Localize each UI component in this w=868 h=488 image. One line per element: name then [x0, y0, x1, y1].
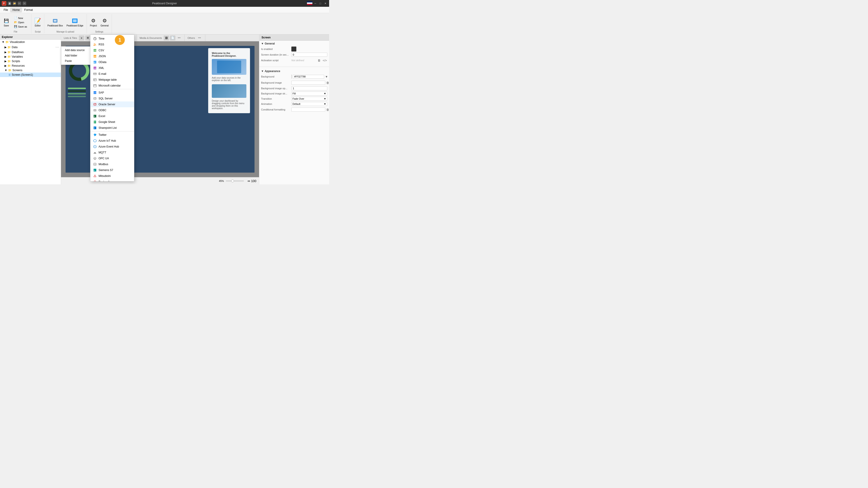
props-input-duration[interactable] — [291, 53, 327, 57]
ds-item-modbus[interactable]: Modbus — [90, 161, 134, 167]
pdf-icon[interactable]: 📄 — [170, 35, 176, 40]
ribbon-manage-group: Peakboard Box Peakboard Edge Manage & up… — [44, 14, 87, 33]
svg-rect-5 — [73, 20, 76, 22]
ds-item-azure-iot[interactable]: Azure IoT Hub — [90, 138, 134, 144]
language-flag[interactable] — [307, 1, 312, 5]
props-select-bg-stretch[interactable]: Fill ▼ — [291, 92, 327, 96]
ds-item-sharepoint[interactable]: S Sharepoint List — [90, 125, 134, 131]
ds-item-odata[interactable]: OD OData — [90, 59, 134, 65]
ds-item-rockwell[interactable]: Rockwell — [90, 179, 134, 182]
properties-header: Screen — [259, 35, 329, 41]
general-settings-button[interactable]: ⚙ General — [99, 17, 110, 28]
ds-item-gsheet[interactable]: Google Sheet — [90, 119, 134, 125]
menu-home[interactable]: Home — [10, 7, 22, 12]
ds-item-odbc[interactable]: ODBC — [90, 107, 134, 113]
props-color-swatch-bg[interactable] — [291, 74, 292, 78]
ds-item-sap[interactable]: SAP SAP — [90, 90, 134, 96]
tree-label-visualization: Visualization — [10, 40, 25, 43]
tree-item-dataflows[interactable]: ▶ 📁 Dataflows — [0, 50, 61, 55]
props-input-cond-format[interactable] — [291, 107, 325, 111]
ds-item-webpage[interactable]: Webpage table — [90, 77, 134, 83]
open-icon: 📂 — [14, 21, 17, 24]
ds-label-time: Time — [98, 37, 104, 40]
tree-item-screen1[interactable]: 🖥 Screen (Screen1) — [0, 72, 61, 77]
ds-item-twitter[interactable]: Twitter — [90, 132, 134, 138]
ds-item-email[interactable]: E-mail — [90, 71, 134, 77]
props-select-transition[interactable]: Fade Over ▼ — [291, 97, 327, 101]
props-select-animation[interactable]: Default ▼ — [291, 102, 327, 106]
cond-format-delete-icon[interactable]: 🗑 — [326, 107, 329, 112]
editor-button[interactable]: 📝 Editor — [33, 17, 42, 28]
ds-item-csv[interactable]: CSV CSV — [90, 47, 134, 53]
ds-item-opcua[interactable]: UA OPC UA — [90, 156, 134, 161]
tree-item-visualization[interactable]: ▼ 📁 Visualization — [0, 40, 61, 44]
props-input-bg-color[interactable] — [293, 75, 324, 78]
ds-item-sql[interactable]: SQL Server — [90, 96, 134, 101]
props-toggle-enabled[interactable] — [291, 46, 296, 52]
ds-item-mqtt[interactable]: MQTT — [90, 150, 134, 156]
project-button[interactable]: ⚙ Project — [89, 17, 98, 28]
ds-label-gsheet: Google Sheet — [98, 121, 115, 124]
tree-item-screens[interactable]: ▼ 📁 Screens — [0, 68, 61, 72]
open-button[interactable]: 📂 Open — [13, 20, 29, 24]
bg-image-delete-icon[interactable]: 🗑 — [326, 80, 329, 85]
image-icon[interactable]: 🖼 — [164, 35, 169, 40]
ds-item-time[interactable]: Time — [90, 36, 134, 41]
maximize-button[interactable]: □ — [318, 1, 322, 5]
saveas-button[interactable]: 💾 Save as — [13, 25, 29, 29]
tree-label-screens: Screens — [12, 69, 22, 72]
ds-item-ms-calendar[interactable]: Microsoft calendar — [90, 83, 134, 89]
welcome-desc-2: Design your dashboard by dragging contro… — [212, 100, 246, 109]
minimize-button[interactable]: ─ — [313, 1, 317, 5]
ds-item-siemens[interactable]: S7 Siemens S7 — [90, 167, 134, 173]
peakboard-box-label: Peakboard Box — [48, 24, 63, 27]
open-label: Open — [18, 21, 24, 24]
zoom-level-label: 45% — [219, 180, 224, 182]
data-more-icon[interactable]: ⋯ — [55, 45, 59, 49]
folder-open-icon[interactable]: 📂 — [13, 2, 16, 5]
expand-icon-screens: ▼ — [4, 69, 7, 72]
save-large-button[interactable]: 💾 Save — [2, 17, 11, 28]
ds-item-mitsubishi[interactable]: Mitsubishi — [90, 173, 134, 179]
props-label-activation: Activation script — [261, 59, 290, 62]
peakboard-edge-button[interactable]: Peakboard Edge — [65, 17, 85, 28]
save-large-icon: 💾 — [3, 18, 9, 24]
ds-item-oracle[interactable]: Oracle Server — [90, 101, 134, 107]
ds-item-excel[interactable]: X Excel — [90, 113, 134, 119]
tree-item-data[interactable]: ▶ 📁 Data ⋯ — [0, 44, 61, 50]
media-more-icon[interactable]: ••• — [176, 35, 182, 40]
zoom-fit-icon[interactable]: ⇔ — [248, 179, 250, 183]
props-input-bg-image[interactable] — [291, 80, 325, 85]
ds-item-azure-event[interactable]: Azure Event Hub — [90, 144, 134, 150]
tree-item-variables[interactable]: ▶ 📁 Variables — [0, 55, 61, 59]
tree-item-resources[interactable]: ▶ 📁 Resources — [0, 64, 61, 68]
redo-icon[interactable]: ↪ — [23, 2, 26, 5]
ribbon-script-group: 📝 Editor Script — [31, 14, 44, 33]
ds-item-json[interactable]: JSON JSON — [90, 53, 134, 59]
zoom-slider[interactable] — [226, 181, 244, 182]
ds-item-xml[interactable]: XML XML — [90, 65, 134, 71]
props-label-bg-image: Background image — [261, 81, 290, 84]
zoom-100-icon[interactable]: 100 — [251, 179, 256, 183]
azure-event-icon — [93, 145, 97, 149]
save-icon[interactable]: 💾 — [8, 2, 11, 5]
grid-icon[interactable]: ⊞ — [85, 35, 91, 40]
peakboard-box-button[interactable]: Peakboard Box — [46, 17, 64, 28]
bg-color-expand-icon[interactable]: ▼ — [325, 74, 328, 79]
close-button[interactable]: ✕ — [323, 1, 327, 5]
props-input-bg-opacity[interactable] — [291, 86, 327, 90]
activation-delete-icon[interactable]: 🗑 — [316, 58, 321, 63]
ds-item-rss[interactable]: RSS — [90, 41, 134, 47]
props-general-title[interactable]: ▼ General — [261, 42, 327, 45]
tree-item-scripts[interactable]: ▶ 📁 Scripts — [0, 59, 61, 64]
svg-text:X: X — [94, 116, 95, 117]
list-icon[interactable]: ≡ — [79, 35, 84, 40]
menu-file[interactable]: File — [1, 7, 10, 12]
menu-format[interactable]: Format — [22, 7, 35, 12]
undo-icon[interactable]: ↩ — [18, 2, 21, 5]
activation-edit-icon[interactable]: </> — [322, 58, 327, 63]
others-more-icon[interactable]: ••• — [197, 35, 202, 40]
new-button[interactable]: 📄 New — [13, 16, 29, 20]
new-label: New — [18, 17, 23, 20]
props-appearance-title[interactable]: ▼ Appearance — [261, 70, 327, 73]
